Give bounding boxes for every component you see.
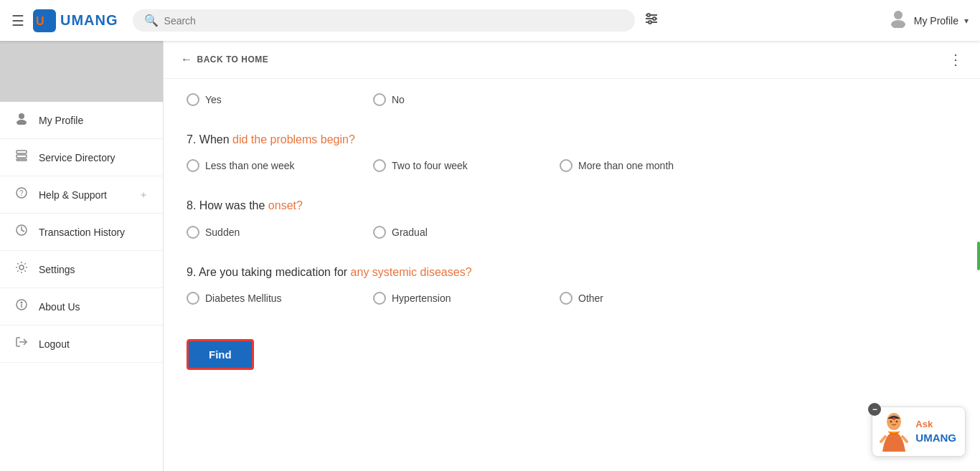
- q8-options-row: Sudden Gradual: [187, 226, 957, 244]
- q6-options-row: Yes No: [187, 93, 957, 112]
- q9-hypertension-radio[interactable]: [373, 292, 386, 305]
- q6-yes-label: Yes: [205, 94, 222, 105]
- question-block-q7: 7. When did the problems begin? Less tha…: [187, 132, 957, 178]
- q9-option-diabetes-mellitus[interactable]: Diabetes Mellitus: [187, 292, 373, 305]
- q6-no-radio[interactable]: [373, 93, 386, 106]
- sidebar-my-profile-label: My Profile: [39, 115, 149, 126]
- svg-rect-12: [17, 151, 27, 153]
- sidebar-settings-label: Settings: [39, 264, 149, 275]
- back-bar: ← BACK TO HOME ⋮: [164, 41, 980, 79]
- q9-hypertension-label: Hypertension: [392, 292, 451, 304]
- sidebar-item-logout[interactable]: Logout: [0, 325, 163, 363]
- q9-other-radio[interactable]: [560, 292, 573, 305]
- logo-area: U UMANG: [33, 9, 118, 32]
- q8-gradual-radio[interactable]: [373, 226, 386, 239]
- q7-text-highlight: did the problems begin?: [232, 133, 355, 146]
- q8-sudden-radio[interactable]: [187, 226, 199, 239]
- search-input[interactable]: [164, 15, 623, 27]
- sidebar: My Profile Service Directory ? Help & Su…: [0, 41, 164, 471]
- find-button[interactable]: Find: [187, 339, 254, 370]
- q8-option-sudden[interactable]: Sudden: [187, 226, 373, 239]
- q9-option-other[interactable]: Other: [560, 292, 746, 305]
- q9-text-before: Are you taking medication for: [199, 266, 351, 278]
- q9-diabetes-mellitus-radio[interactable]: [187, 292, 199, 305]
- question-block-q9: 9. Are you taking medication for any sys…: [187, 265, 957, 310]
- svg-point-10: [19, 113, 24, 119]
- svg-point-18: [19, 265, 24, 270]
- form-content: Yes No 7. When did the problems begin? L…: [164, 79, 980, 399]
- q7-two-to-four-week-radio[interactable]: [373, 159, 386, 172]
- svg-point-23: [887, 413, 901, 430]
- svg-point-6: [653, 17, 656, 20]
- svg-point-26: [892, 417, 895, 420]
- sidebar-item-about-us[interactable]: About Us: [0, 288, 163, 325]
- svg-point-21: [21, 302, 22, 303]
- q9-option-hypertension[interactable]: Hypertension: [373, 292, 560, 305]
- ask-umang-avatar: [877, 411, 911, 452]
- svg-rect-13: [17, 155, 27, 158]
- q9-title: 9. Are you taking medication for any sys…: [187, 265, 957, 280]
- q7-more-than-one-month-radio[interactable]: [560, 159, 573, 172]
- sidebar-profile-banner: [0, 41, 163, 102]
- profile-menu[interactable]: My Profile ▾: [888, 8, 969, 33]
- sidebar-help-support-label: Help & Support: [39, 189, 128, 201]
- sidebar-item-settings[interactable]: Settings: [0, 251, 163, 288]
- svg-point-24: [890, 421, 892, 423]
- ask-umang-widget[interactable]: − Ask UMANG: [872, 406, 966, 457]
- q7-less-than-one-week-radio[interactable]: [187, 159, 199, 172]
- back-to-home-link[interactable]: ← BACK TO HOME: [181, 53, 268, 66]
- sidebar-item-my-profile[interactable]: My Profile: [0, 102, 163, 139]
- app-header: ☰ U UMANG 🔍 My Profile ▾: [0, 0, 980, 41]
- q6-option-yes[interactable]: Yes: [187, 93, 373, 106]
- svg-point-5: [647, 14, 650, 16]
- help-support-icon: ?: [14, 186, 29, 203]
- service-directory-icon: [14, 149, 29, 166]
- q8-number: 8.: [187, 199, 199, 211]
- help-support-expand-icon[interactable]: ＋: [138, 189, 149, 201]
- q9-number: 9.: [187, 266, 199, 278]
- svg-point-9: [891, 20, 905, 28]
- ask-label-line2: UMANG: [915, 432, 956, 444]
- more-options-icon[interactable]: ⋮: [948, 51, 963, 68]
- filter-icon-button[interactable]: [644, 11, 659, 30]
- sidebar-item-transaction-history[interactable]: Transaction History: [0, 214, 163, 251]
- about-us-icon: [14, 298, 29, 315]
- search-icon: 🔍: [144, 14, 159, 27]
- main-content: ← BACK TO HOME ⋮ Yes No 7. When did the …: [164, 41, 980, 471]
- q7-text-before: When: [199, 133, 232, 146]
- sidebar-item-service-directory[interactable]: Service Directory: [0, 139, 163, 176]
- svg-point-11: [17, 120, 27, 125]
- q9-text-highlight: any systemic diseases?: [351, 266, 472, 278]
- transaction-history-icon: [14, 224, 29, 240]
- svg-line-27: [881, 437, 885, 442]
- svg-point-7: [649, 21, 651, 24]
- hamburger-menu-icon[interactable]: ☰: [11, 12, 24, 29]
- question-block-q6: Yes No: [187, 93, 957, 112]
- q7-options-row: Less than one week Two to four week More…: [187, 159, 957, 178]
- back-to-home-label: BACK TO HOME: [197, 54, 269, 65]
- profile-avatar-icon: [888, 8, 908, 33]
- profile-label: My Profile: [914, 15, 958, 27]
- sidebar-item-help-support[interactable]: ? Help & Support ＋: [0, 176, 163, 214]
- umang-logo-icon: U: [33, 9, 56, 32]
- scroll-indicator: [977, 242, 980, 270]
- my-profile-icon: [14, 112, 29, 128]
- ask-label-line1: Ask: [915, 419, 933, 429]
- q7-option-two-to-four-week[interactable]: Two to four week: [373, 159, 560, 172]
- svg-text:?: ?: [19, 189, 24, 197]
- q7-two-to-four-week-label: Two to four week: [392, 160, 468, 171]
- app-name-label: UMANG: [60, 12, 118, 29]
- q8-option-gradual[interactable]: Gradual: [373, 226, 560, 239]
- sidebar-service-directory-label: Service Directory: [39, 152, 149, 163]
- q8-sudden-label: Sudden: [205, 227, 240, 238]
- q6-option-no[interactable]: No: [373, 93, 560, 106]
- q7-option-less-than-one-week[interactable]: Less than one week: [187, 159, 373, 172]
- sidebar-logout-label: Logout: [39, 338, 149, 350]
- svg-rect-14: [17, 159, 27, 161]
- q6-yes-radio[interactable]: [187, 93, 199, 106]
- q7-option-more-than-one-month[interactable]: More than one month: [560, 159, 746, 172]
- search-bar: 🔍: [133, 9, 635, 32]
- sidebar-transaction-history-label: Transaction History: [39, 227, 149, 238]
- q8-title: 8. How was the onset?: [187, 198, 957, 214]
- svg-line-28: [903, 437, 907, 442]
